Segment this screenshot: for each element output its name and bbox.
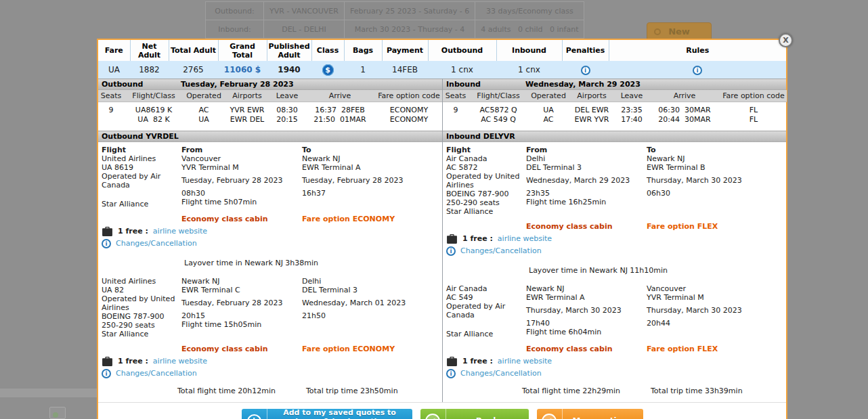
sum-col-seats: Seats [98, 90, 124, 102]
col-flight-header: Flight [102, 146, 181, 154]
col-net-adult: Net Adult [130, 40, 169, 61]
bg-inbound-route: DEL - DELHI [264, 20, 345, 39]
alliance: Star Alliance [102, 200, 181, 208]
sum-col-fare-option: Fare option code [376, 90, 442, 102]
flight-class: UA8619 K [124, 102, 183, 114]
seats: 9 [98, 102, 124, 114]
broken-image-icon [49, 407, 66, 419]
background-outbound-row: Outbound: YVR - VANCOUVER February 25 20… [206, 2, 584, 20]
outbound-title: Outbound [102, 80, 143, 89]
fare-option-code: FL [720, 102, 787, 114]
to-city: Delhi [302, 277, 442, 286]
fare-carrier: UA [98, 61, 130, 79]
inbound-cnx-value: 1 cnx [496, 61, 562, 79]
flight-number: AC 549 [446, 293, 526, 302]
changes-cancellation-link[interactable]: Changes/Cancellation [460, 369, 542, 378]
baggage-allowance: 1 free : [462, 357, 493, 366]
fare-details-modal: X Fare Net Adult Total Adult Grand Total… [97, 39, 787, 419]
seats [98, 114, 124, 125]
inbound-summary-panel: Inbound Wednesday, March 29 2023 Seats F… [442, 79, 786, 131]
changes-cancellation-link[interactable]: Changes/Cancellation [116, 369, 197, 378]
airline-website-link[interactable]: airline website [498, 357, 552, 366]
from-time: 20h15 [181, 311, 302, 320]
operated-by: Operated by Air Canada [446, 302, 526, 319]
total-trip-time: Total trip time 23h50min [306, 387, 398, 395]
changes-info-icon[interactable]: i [446, 246, 456, 256]
outbound-detail-title: Outbound YVRDEL [102, 132, 179, 141]
to-city: Newark NJ [647, 154, 786, 163]
from-terminal: EWR Terminal A [526, 293, 647, 302]
penalties-cell: i [562, 61, 609, 79]
inbound-title: Inbound [446, 80, 481, 89]
sum-col-operated: Operated [528, 90, 569, 102]
rules-info-icon[interactable]: i [693, 66, 702, 75]
action-button-bar: + Add to my saved quotes to choose & boo… [98, 403, 786, 419]
sum-col-flight: Flight/Class [469, 90, 528, 102]
sum-col-leave: Leave [615, 90, 649, 102]
from-date: Tuesday, February 28 2023 [181, 299, 302, 307]
changes-info-icon[interactable]: i [102, 239, 111, 248]
inbound-detail-panel: Inbound DELYVR Flight Air Canada AC 5872… [442, 131, 786, 402]
save-quote-button[interactable]: + Add to my saved quotes to choose & boo… [242, 409, 412, 419]
bg-outbound-label: Outbound: [206, 2, 264, 20]
sum-col-arrive: Arrive [304, 90, 376, 102]
fare-row[interactable]: UA 1882 2765 11060 $ 1940 $ 1 14FEB 1 cn… [98, 61, 786, 79]
fare-option-code: ECONOMY [376, 114, 442, 125]
changes-cancellation-link[interactable]: Changes/Cancellation [460, 246, 542, 255]
more-options-button[interactable]: ✔ More options [537, 409, 643, 419]
sum-col-seats: Seats [443, 90, 469, 102]
flight-summary-section: Outbound Tuesday, February 28 2023 Seats… [98, 79, 786, 131]
grand-total-value: 11060 $ [218, 61, 267, 79]
total-adult-value: 2765 [169, 61, 218, 79]
close-icon[interactable]: X [779, 33, 793, 47]
seat-count: 250-290 seats [102, 321, 181, 330]
outbound-cnx-value: 1 cnx [428, 61, 496, 79]
rules-cell: i [609, 61, 786, 79]
col-rules: Rules [609, 40, 786, 61]
airline-website-link[interactable]: airline website [153, 357, 207, 366]
operated: UA [528, 102, 569, 114]
col-payment: Payment [382, 40, 428, 61]
to-time: 16h37 [302, 189, 442, 198]
operated: AC [528, 114, 569, 125]
airports: EWR YVR [569, 114, 615, 125]
penalties-info-icon[interactable]: i [581, 66, 590, 75]
col-published-adult: Published Adult [267, 40, 311, 61]
from-time: 17h40 [526, 319, 647, 328]
operated-by: Operated by United Airlines [102, 294, 181, 312]
new-button: New [647, 22, 712, 40]
inbound-detail-title: Inbound DELYVR [446, 132, 515, 141]
background-band [0, 389, 98, 397]
bg-inbound-label: Inbound: [206, 20, 264, 39]
from-date: Tuesday, February 28 2023 [181, 176, 302, 185]
cabin-class: Economy class cabin [181, 345, 302, 353]
flight-segment: Air Canada AC 549 Operated by Air Canada… [446, 284, 786, 338]
from-terminal: EWR Terminal C [181, 286, 302, 294]
background-inbound-row: Inbound: DEL - DELHI March 30 2023 - Thu… [206, 20, 584, 39]
inbound-detail-title-bar: Inbound DELYVR [443, 131, 786, 142]
airline-website-link[interactable]: airline website [498, 234, 552, 243]
table-row: 9 UA8619 K AC YVR EWR 08:30 16:37 28FEB … [98, 102, 442, 114]
changes-info-icon[interactable]: i [102, 369, 111, 378]
airline-website-link[interactable]: airline website [153, 227, 207, 236]
class-cell: $ [311, 61, 344, 79]
from-terminal: DEL Terminal 3 [526, 163, 647, 172]
sum-col-flight: Flight/Class [124, 90, 183, 102]
outbound-summary-title-bar: Outbound Tuesday, February 28 2023 [98, 79, 442, 90]
bg-inbound-date: March 30 2023 - Thursday - 4 [344, 20, 475, 39]
sum-col-leave: Leave [270, 90, 304, 102]
alliance: Star Alliance [446, 330, 526, 338]
bg-outbound-route: YVR - VANCOUVER [264, 2, 345, 20]
changes-info-icon[interactable]: i [446, 369, 456, 378]
dollar-icon[interactable]: $ [322, 64, 334, 76]
check-icon: ✔ [542, 414, 557, 419]
col-class: Class [311, 40, 344, 61]
outbound-date: Tuesday, February 28 2023 [181, 79, 294, 89]
book-button[interactable]: ✔ Book [420, 409, 529, 419]
changes-cancellation-link[interactable]: Changes/Cancellation [116, 239, 197, 248]
inbound-summary-table: Seats Flight/Class Operated Airports Lea… [443, 90, 787, 125]
check-icon: ✔ [425, 414, 440, 419]
airports: EWR DEL [224, 114, 270, 125]
to-date: Thursday, March 30 2023 [647, 306, 786, 315]
col-to-header: To [302, 146, 442, 154]
